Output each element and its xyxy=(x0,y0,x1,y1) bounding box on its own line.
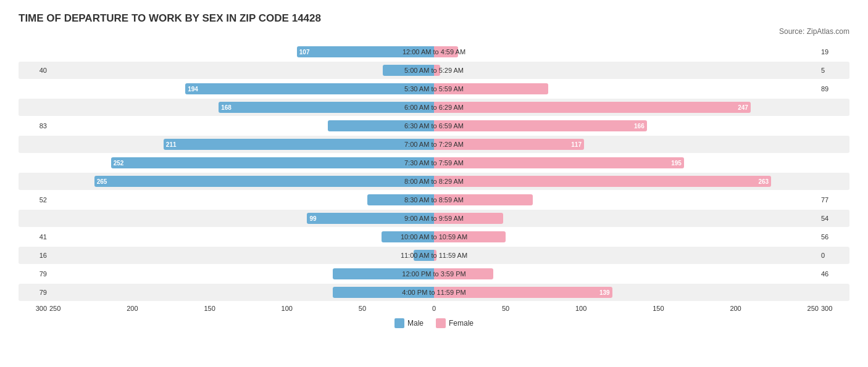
bar-row: 79 12:00 PM to 3:59 PM 46 xyxy=(19,265,849,282)
row-right-val: 46 xyxy=(819,270,849,278)
bar-male: 265 xyxy=(94,176,434,187)
row-time-label: 10:00 AM to 10:59 AM xyxy=(401,233,467,241)
bar-row: 5:30 AM to 5:59 AM 194 89 xyxy=(19,80,849,97)
bar-row: 8:00 AM to 8:29 AM 265 263 xyxy=(19,173,849,190)
bars-container: 8:30 AM to 8:59 AM xyxy=(49,191,819,208)
bar-pink: 166 xyxy=(434,120,647,131)
row-right-val: 54 xyxy=(819,215,849,222)
bar-blue: 194 xyxy=(185,83,434,94)
row-right-val: 56 xyxy=(819,233,849,241)
row-time-label: 5:00 AM to 5:29 AM xyxy=(404,67,464,74)
bar-row: 12:00 AM to 4:59 AM 107 19 xyxy=(19,43,849,60)
row-time-label: 8:00 AM to 8:29 AM xyxy=(404,178,464,185)
row-time-label: 6:30 AM to 6:59 AM xyxy=(404,122,464,130)
bars-container: 4:00 PM to 11:59 PM 139 xyxy=(49,284,819,301)
female-val-inside: 195 xyxy=(671,160,682,167)
bars-container: 5:00 AM to 5:29 AM xyxy=(49,62,819,79)
bars-container: 12:00 AM to 4:59 AM 107 xyxy=(49,43,819,60)
male-val-inside: 211 xyxy=(166,141,177,148)
bar-row: 52 8:30 AM to 8:59 AM 77 xyxy=(19,191,849,208)
x-axis-row: 300 25020015010050 0 50100150200250 300 xyxy=(19,305,849,312)
female-val-inside: 247 xyxy=(738,104,748,111)
male-val-inside: 99 xyxy=(309,215,316,222)
bar-row: 16 11:00 AM to 11:59 AM 0 xyxy=(19,247,849,264)
bar-row: 7:30 AM to 7:59 AM 252 195 xyxy=(19,154,849,171)
bars-container: 7:00 AM to 7:29 AM 211 117 xyxy=(49,136,819,153)
legend-male-label: Male xyxy=(407,319,424,328)
row-time-label: 5:30 AM to 5:59 AM xyxy=(404,85,464,93)
bars-container: 5:30 AM to 5:59 AM 194 xyxy=(49,80,819,97)
bar-row: 9:00 AM to 9:59 AM 99 54 xyxy=(19,210,849,227)
legend-female-box xyxy=(436,318,446,328)
bar-row: 6:00 AM to 6:29 AM 168 247 xyxy=(19,99,849,116)
row-left-val: 83 xyxy=(19,122,49,130)
bar-male: 194 xyxy=(185,83,434,94)
row-time-label: 4:00 PM to 11:59 PM xyxy=(402,289,465,296)
row-time-label: 12:00 AM to 4:59 AM xyxy=(403,48,465,56)
x-axis-center: 25020015010050 0 50100150200250 xyxy=(49,305,819,312)
row-time-label: 9:00 AM to 9:59 AM xyxy=(404,215,464,222)
row-left-val: 41 xyxy=(19,233,49,241)
bar-pink: 247 xyxy=(434,102,751,113)
row-time-label: 6:00 AM to 6:29 AM xyxy=(404,104,464,111)
x-axis-right-val: 300 xyxy=(819,305,849,312)
legend: Male Female xyxy=(19,318,849,328)
bars-container: 6:30 AM to 6:59 AM 166 xyxy=(49,117,819,134)
bar-female: 263 xyxy=(434,176,771,187)
row-right-val: 19 xyxy=(819,48,849,56)
chart-area: 12:00 AM to 4:59 AM 107 19 40 5:00 AM to… xyxy=(19,43,849,301)
female-val-inside: 166 xyxy=(634,123,645,130)
legend-male: Male xyxy=(394,318,424,328)
legend-female-label: Female xyxy=(449,319,474,328)
male-val-inside: 168 xyxy=(221,104,232,111)
female-val-inside: 117 xyxy=(571,141,582,148)
row-right-val: 5 xyxy=(819,67,849,74)
bars-container: 6:00 AM to 6:29 AM 168 247 xyxy=(49,99,819,116)
bar-row: 83 6:30 AM to 6:59 AM 166 xyxy=(19,117,849,134)
row-right-val: 89 xyxy=(819,85,849,93)
row-time-label: 8:30 AM to 8:59 AM xyxy=(404,196,464,204)
row-left-val: 79 xyxy=(19,289,49,296)
bars-container: 8:00 AM to 8:29 AM 265 263 xyxy=(49,173,819,190)
bar-blue: 168 xyxy=(219,102,434,113)
male-val-inside: 252 xyxy=(114,160,124,167)
bars-container: 9:00 AM to 9:59 AM 99 xyxy=(49,210,819,227)
source-label: Source: ZipAtlas.com xyxy=(19,27,849,36)
bar-male: 252 xyxy=(111,157,434,168)
bar-pink: 263 xyxy=(434,176,771,187)
male-val-inside: 265 xyxy=(97,178,107,185)
chart-title: TIME OF DEPARTURE TO WORK BY SEX IN ZIP … xyxy=(19,12,849,25)
bar-female: 166 xyxy=(434,120,647,131)
bar-blue: 265 xyxy=(94,176,434,187)
row-left-val: 79 xyxy=(19,270,49,278)
row-left-val: 52 xyxy=(19,196,49,204)
row-time-label: 11:00 AM to 11:59 AM xyxy=(401,252,467,259)
legend-female: Female xyxy=(436,318,474,328)
bar-row: 7:00 AM to 7:29 AM 211 117 xyxy=(19,136,849,153)
bar-blue: 211 xyxy=(164,139,434,150)
bar-female: 195 xyxy=(434,157,684,168)
bars-container: 7:30 AM to 7:59 AM 252 195 xyxy=(49,154,819,171)
bar-male: 168 xyxy=(219,102,434,113)
bar-male: 211 xyxy=(164,139,434,150)
row-left-val: 16 xyxy=(19,252,49,259)
female-val-inside: 139 xyxy=(599,289,610,296)
female-val-inside: 263 xyxy=(758,178,769,185)
bars-container: 10:00 AM to 10:59 AM xyxy=(49,228,819,245)
x-axis-left-val: 300 xyxy=(19,305,49,312)
male-val-inside: 107 xyxy=(299,49,310,56)
male-val-inside: 194 xyxy=(188,86,198,93)
bar-pink: 195 xyxy=(434,157,684,168)
row-time-label: 12:00 PM to 3:59 PM xyxy=(402,270,465,278)
bar-row: 79 4:00 PM to 11:59 PM 139 xyxy=(19,284,849,301)
row-right-val: 0 xyxy=(819,252,849,259)
bars-container: 12:00 PM to 3:59 PM xyxy=(49,265,819,282)
row-right-val: 77 xyxy=(819,196,849,204)
bar-female: 247 xyxy=(434,102,751,113)
bars-container: 11:00 AM to 11:59 AM xyxy=(49,247,819,264)
legend-male-box xyxy=(394,318,404,328)
bar-blue: 252 xyxy=(111,157,434,168)
row-left-val: 40 xyxy=(19,67,49,74)
row-time-label: 7:00 AM to 7:29 AM xyxy=(404,141,464,148)
bar-row: 40 5:00 AM to 5:29 AM 5 xyxy=(19,62,849,79)
